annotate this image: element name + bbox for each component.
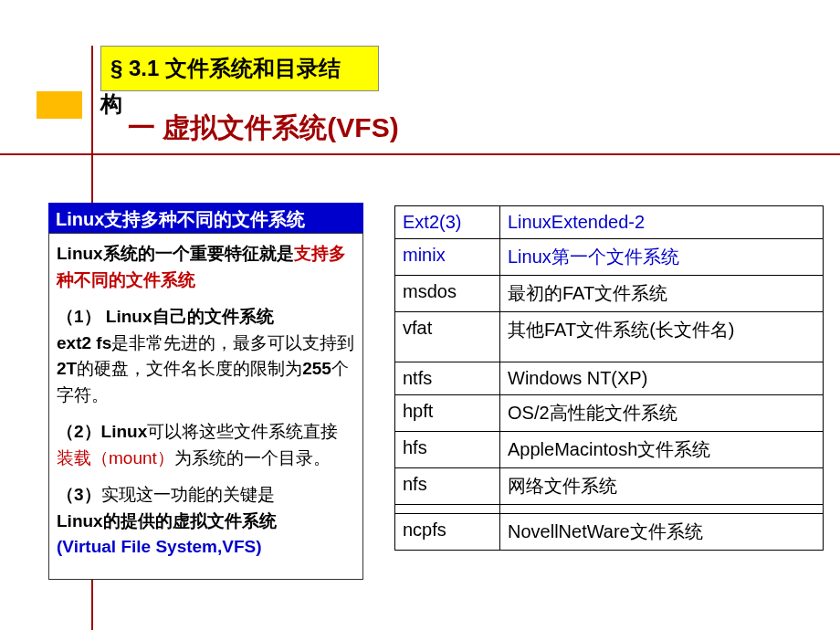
horizontal-red-line: [0, 153, 840, 155]
slide-subtitle: 一 虚拟文件系统(VFS): [128, 110, 399, 147]
fs-name: ntfs: [395, 362, 500, 395]
p2-text-b: 可以将这些文件系统直接: [147, 422, 338, 441]
table-row: nfs 网络文件系统: [395, 468, 824, 505]
intro-prefix: Linux系统的一个重要特征就是: [57, 244, 294, 263]
filesystem-table: Ext2(3) LinuxExtended-2 minix Linux第一个文件…: [394, 205, 824, 541]
point-3-paragraph: （3）实现这一功能的关键是 Linux的提供的虚拟文件系统 (Virtual F…: [57, 482, 355, 561]
p3-text-b: 实现这一功能的关键是: [101, 485, 275, 504]
blue-header-bar: Linux支持多种不同的文件系统: [48, 203, 363, 236]
fs-name: hpft: [395, 395, 500, 432]
table-row: hfs AppleMacintosh文件系统: [395, 432, 824, 468]
section-title-box: § 3.1 文件系统和目录结: [100, 46, 379, 91]
p1-ext2: ext2 fs: [57, 333, 111, 352]
p3-linux: Linux: [57, 511, 103, 530]
p3-text-2b: 的提供的虚拟文件系统: [103, 511, 277, 530]
p3-vfs: (Virtual File System,VFS): [57, 537, 262, 556]
overlapping-table-row: ncpfs NovellNetWare文件系统: [394, 513, 824, 551]
p1-255: 255: [302, 359, 331, 378]
table-row: Ext2(3) LinuxExtended-2: [395, 206, 824, 239]
section-title-line1: § 3.1 文件系统和目录结: [110, 56, 341, 80]
table-row: vfat 其他FAT文件系统(长文件名): [395, 312, 824, 362]
table-row: ntfs Windows NT(XP): [395, 362, 824, 395]
fs-desc: Windows NT(XP): [500, 362, 824, 395]
point-1-paragraph: （1） Linux自己的文件系统 ext2 fs是非常先进的，最多可以支持到2T…: [57, 304, 355, 408]
description-text-box: Linux系统的一个重要特征就是支持多种不同的文件系统 （1） Linux自己的…: [48, 233, 363, 580]
p3-num: （3）: [57, 485, 101, 504]
fs-name: ncpfs: [395, 514, 500, 551]
point-2-paragraph: （2）Linux可以将这些文件系统直接装载（mount）为系统的一个目录。: [57, 419, 355, 471]
fs-name: minix: [395, 239, 500, 276]
fs-name: hfs: [395, 432, 500, 468]
fs-desc: AppleMacintosh文件系统: [500, 432, 824, 468]
p1-text-d: 的硬盘，文件名长度的限制为: [77, 359, 302, 378]
fs-name: msdos: [395, 276, 500, 312]
fs-desc: 最初的FAT文件系统: [500, 276, 824, 312]
fs-name: nfs: [395, 468, 500, 505]
fs-desc: Linux第一个文件系统: [500, 239, 824, 276]
table-row: msdos 最初的FAT文件系统: [395, 276, 824, 312]
p2-text-d: 为系统的一个目录。: [174, 448, 331, 467]
table-row: minix Linux第一个文件系统: [395, 239, 824, 276]
fs-name: Ext2(3): [395, 206, 500, 239]
fs-desc: NovellNetWare文件系统: [500, 514, 824, 551]
p2-mount: 装载（mount）: [57, 448, 174, 467]
section-title-line2: 构: [100, 89, 122, 119]
intro-paragraph: Linux系统的一个重要特征就是支持多种不同的文件系统: [57, 241, 355, 293]
p2-linux: （2）Linux: [57, 422, 147, 441]
table-row: ncpfs NovellNetWare文件系统: [395, 514, 824, 551]
table-row: hpft OS/2高性能文件系统: [395, 395, 824, 432]
p1-2t: 2T: [57, 359, 77, 378]
fs-desc: LinuxExtended-2: [500, 206, 824, 239]
p1-line1: （1） Linux自己的文件系统: [57, 307, 274, 326]
fs-name: vfat: [395, 312, 500, 362]
fs-desc: 网络文件系统: [500, 468, 824, 505]
fs-desc: OS/2高性能文件系统: [500, 395, 824, 432]
p1-text-b: 是非常先进的，最多可以支持到: [111, 333, 354, 352]
yellow-block-decoration: [37, 91, 82, 119]
filesystem-table-container: Ext2(3) LinuxExtended-2 minix Linux第一个文件…: [394, 205, 824, 541]
fs-desc: 其他FAT文件系统(长文件名): [500, 312, 824, 362]
